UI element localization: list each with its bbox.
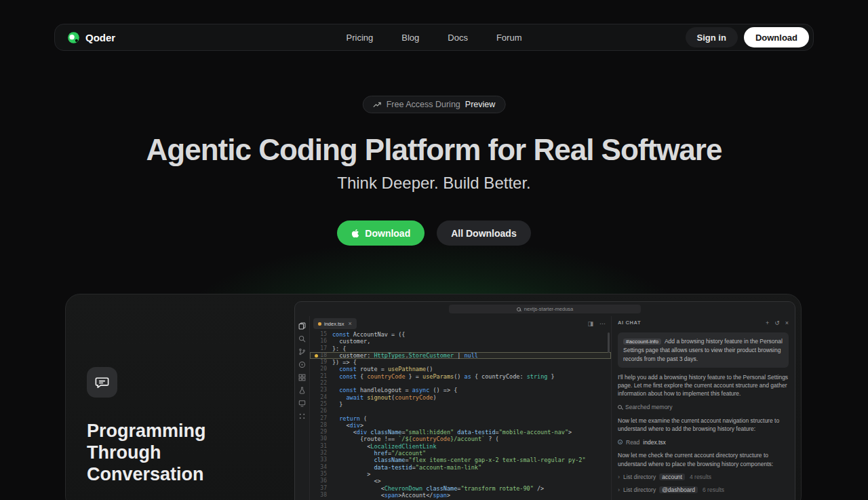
apps-grid-icon[interactable] — [298, 412, 306, 420]
apple-icon — [351, 229, 359, 238]
chat-actions: + ↺ × — [766, 320, 789, 326]
code-text: className="flex items-center gap-x-2 tex… — [332, 457, 586, 463]
nav-link-docs[interactable]: Docs — [448, 33, 468, 43]
preview-badge[interactable]: Free Access During Preview — [363, 96, 506, 113]
source-control-icon[interactable] — [298, 348, 306, 355]
ide-title-bar: nextjs-starter-medusa — [295, 302, 795, 316]
code-line-30[interactable]: 30 {route !== `/${countryCode}/account` … — [310, 436, 611, 442]
code-line-16[interactable]: 16 customer, — [310, 338, 611, 345]
code-line-31[interactable]: 31 <LocalizedClientLink — [310, 443, 611, 450]
code-line-29[interactable]: 29 <div className="small:hidden" data-te… — [310, 429, 611, 436]
line-number: 34 — [310, 464, 332, 471]
tool-call-list-directory[interactable]: ›List directory@dashboard6 results — [618, 486, 789, 494]
code-line-28[interactable]: 28 <div> — [310, 422, 611, 429]
more-actions-icon[interactable]: ⋯ — [599, 320, 606, 327]
code-line-33[interactable]: 33 className="flex items-center gap-x-2 … — [310, 457, 611, 463]
search-panel-icon[interactable] — [298, 335, 306, 343]
code-text: customer, — [332, 338, 370, 345]
code-line-19[interactable]: 19}) => { — [310, 359, 611, 366]
remote-explorer-icon[interactable] — [298, 400, 306, 407]
line-number: 27 — [310, 415, 332, 422]
all-downloads-button[interactable]: All Downloads — [437, 220, 530, 246]
quick-fix-bulb-icon[interactable] — [315, 354, 318, 358]
code-line-38[interactable]: 38 <span>Account</span> — [310, 492, 611, 499]
read-icon — [618, 440, 623, 444]
qoder-logo-icon — [67, 31, 80, 44]
code-line-26[interactable]: 26 — [310, 408, 611, 415]
code-line-24[interactable]: 24 await signout(countryCode) — [310, 394, 611, 401]
badge-text: Free Access During — [387, 100, 460, 109]
chat-header: AI CHAT + ↺ × — [612, 316, 795, 329]
code-text: <> — [332, 478, 381, 484]
line-number: 25 — [310, 401, 332, 408]
tab-index-tsx[interactable]: index.tsx × — [313, 318, 357, 329]
code-text: }) => { — [332, 359, 357, 366]
chat-stream: I'll help you add a browsing history fea… — [618, 373, 789, 500]
sign-in-button[interactable]: Sign in — [686, 27, 738, 47]
code-line-35[interactable]: 35 > — [310, 471, 611, 478]
tool-call-read[interactable]: Readindex.tsx — [618, 438, 789, 446]
code-line-15[interactable]: 15const AccountNav = ({ — [310, 331, 611, 338]
line-number: 29 — [310, 429, 332, 436]
line-number: 20 — [310, 366, 332, 372]
editor-scrollbar[interactable] — [608, 332, 610, 353]
code-text: const { countryCode } = useParams() as {… — [332, 373, 555, 380]
extensions-icon[interactable] — [298, 374, 306, 381]
line-number: 33 — [310, 457, 332, 463]
directory-chip: @dashboard — [659, 486, 698, 493]
code-line-25[interactable]: 25 } — [310, 401, 611, 408]
badge-highlight: Preview — [465, 100, 495, 109]
code-line-17[interactable]: 17}: { — [310, 345, 611, 352]
code-text: const AccountNav = ({ — [332, 331, 405, 338]
run-and-debug-icon[interactable] — [298, 361, 306, 368]
testing-icon[interactable] — [298, 387, 306, 394]
code-line-36[interactable]: 36 <> — [310, 478, 611, 484]
code-editor[interactable]: 15const AccountNav = ({16 customer,17}: … — [310, 329, 611, 500]
brand[interactable]: Qoder — [67, 31, 115, 44]
trending-up-icon — [373, 102, 382, 108]
context-chip[interactable]: #account-info — [623, 339, 661, 345]
code-text: customer: HttpTypes.StoreCustomer | null — [332, 352, 478, 359]
project-search-bar[interactable]: nextjs-starter-medusa — [449, 305, 641, 313]
code-line-34[interactable]: 34 data-testid="account-main-link" — [310, 464, 611, 471]
split-editor-icon[interactable]: ◨ — [587, 320, 593, 327]
line-number: 17 — [310, 345, 332, 352]
explorer-icon[interactable] — [298, 322, 306, 330]
editor-column: index.tsx × ◨ ⋯ 15const AccountNav = ({1… — [309, 316, 612, 500]
code-line-20[interactable]: 20 const route = usePathname() — [310, 366, 611, 372]
close-chat-icon[interactable]: × — [785, 320, 789, 326]
line-number: 28 — [310, 422, 332, 429]
code-line-21[interactable]: 21 const { countryCode } = useParams() a… — [310, 373, 611, 380]
assistant-message: I'll help you add a browsing history fea… — [618, 373, 789, 398]
chat-history-icon[interactable]: ↺ — [774, 320, 780, 326]
code-line-23[interactable]: 23 const handleLogout = async () => { — [310, 387, 611, 393]
assistant-message: Now let me examine the current account n… — [618, 417, 789, 434]
code-line-18[interactable]: 18 customer: HttpTypes.StoreCustomer | n… — [310, 352, 611, 359]
nav-link-pricing[interactable]: Pricing — [347, 33, 374, 43]
nav-link-blog[interactable]: Blog — [401, 33, 419, 43]
code-text: > — [332, 471, 370, 478]
nav-link-forum[interactable]: Forum — [496, 33, 522, 43]
code-line-37[interactable]: 37 <ChevronDown className="transform rot… — [310, 485, 611, 492]
tool-call-search[interactable]: Searched memory — [618, 404, 789, 411]
code-line-22[interactable]: 22 — [310, 380, 611, 387]
qoder-landing-page: Qoder Pricing Blog Docs Forum Sign in Do… — [0, 0, 868, 500]
code-text: <div> — [332, 422, 363, 429]
new-chat-icon[interactable]: + — [766, 320, 769, 326]
line-number: 18 — [310, 352, 332, 359]
code-line-27[interactable]: 27 return ( — [310, 415, 611, 422]
code-text: <ChevronDown className="transform rotate… — [332, 485, 544, 492]
code-text: }: { — [332, 345, 346, 352]
download-mac-button[interactable]: Download — [337, 220, 425, 246]
line-number: 30 — [310, 436, 332, 442]
assistant-message: Now let me check the current account dir… — [618, 451, 789, 468]
line-number: 36 — [310, 478, 332, 484]
download-label: Download — [365, 228, 410, 239]
search-icon — [618, 405, 622, 409]
tab-close-icon[interactable]: × — [349, 320, 352, 327]
nav-download-button[interactable]: Download — [744, 27, 809, 47]
feature-card: Programming Through Conversation nextjs-… — [65, 294, 802, 500]
code-line-32[interactable]: 32 href="/account" — [310, 450, 611, 457]
tool-call-list-directory[interactable]: ›List directoryaccount4 results — [618, 474, 789, 481]
line-number: 35 — [310, 471, 332, 478]
